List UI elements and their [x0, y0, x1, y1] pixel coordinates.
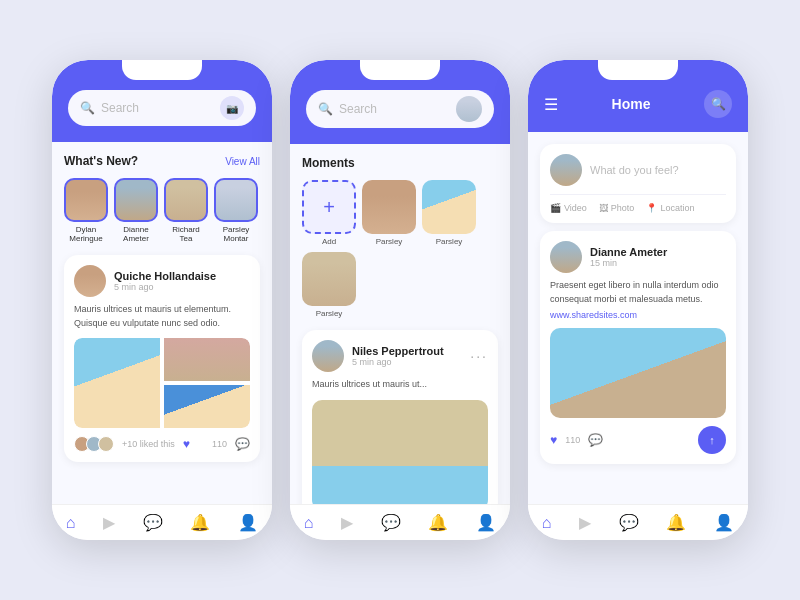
post-side-image-2 [164, 385, 250, 428]
hamburger-icon[interactable]: ☰ [544, 95, 558, 114]
post-header-1: Quiche Hollandaise 5 min ago [74, 265, 250, 297]
view-all-link[interactable]: View All [225, 156, 260, 167]
video-action[interactable]: 🎬 Video [550, 203, 587, 213]
heart-icon[interactable]: ♥ [183, 437, 190, 451]
status-placeholder[interactable]: What do you feel? [590, 164, 679, 176]
phone2-header: 🔍 Search [290, 60, 510, 144]
video-label: Video [564, 203, 587, 213]
story-avatar-richard [164, 178, 208, 222]
story-name-dianne: DianneAmeter [123, 225, 149, 243]
moment-avatar-2 [422, 180, 476, 234]
post-card-2: Niles Peppertrout 5 min ago ··· Mauris u… [302, 330, 498, 504]
nav-person-2[interactable]: 👤 [476, 513, 496, 532]
liked-avatars [74, 436, 114, 452]
more-options-icon[interactable]: ··· [470, 348, 488, 364]
share-button[interactable]: ↑ [698, 426, 726, 454]
search-icon: 🔍 [80, 101, 95, 115]
stories-row: DylanMeringue DianneAmeter RichardTea Pa… [64, 178, 260, 243]
post-card-1: Quiche Hollandaise 5 min ago Mauris ultr… [64, 255, 260, 462]
whats-new-header: What's New? View All [64, 154, 260, 168]
phone1-header: 🔍 Search 📷 [52, 60, 272, 142]
location-action[interactable]: 📍 Location [646, 203, 694, 213]
nav-home-1[interactable]: ⌂ [66, 514, 76, 532]
phone-1: 🔍 Search 📷 What's New? View All DylanMer… [52, 60, 272, 540]
story-item-dianne[interactable]: DianneAmeter [114, 178, 158, 243]
liked-count: +10 liked this [122, 439, 175, 449]
notch-3 [598, 60, 678, 80]
status-card: What do you feel? 🎬 Video 🖼 Photo 📍 Loca… [540, 144, 736, 223]
post-side-image-1 [164, 338, 250, 381]
comment-icon-3[interactable]: 💬 [588, 433, 603, 447]
search-input[interactable]: Search [101, 101, 214, 115]
post-footer-3: ♥ 110 💬 ↑ [550, 426, 726, 454]
post-text-3: Praesent eget libero in nulla interdum o… [550, 279, 726, 306]
post-avatar-2 [312, 340, 344, 372]
photo-label: Photo [611, 203, 635, 213]
nav-person-1[interactable]: 👤 [238, 513, 258, 532]
nav-chat-3[interactable]: 💬 [619, 513, 639, 532]
moments-grid: + Add Parsley Parsley Parsley [302, 180, 498, 318]
location-icon: 📍 [646, 203, 657, 213]
heart-icon-3[interactable]: ♥ [550, 433, 557, 447]
liked-avatar-3 [98, 436, 114, 452]
search-input-2[interactable]: Search [339, 102, 450, 116]
phone-2: 🔍 Search Moments + Add Parsley [290, 60, 510, 540]
nav-bell-3[interactable]: 🔔 [666, 513, 686, 532]
post-avatar-1 [74, 265, 106, 297]
add-button[interactable]: + [302, 180, 356, 234]
story-item-parsley[interactable]: ParsleyMontar [214, 178, 258, 243]
nav-bell-2[interactable]: 🔔 [428, 513, 448, 532]
post-link[interactable]: www.sharedsites.com [550, 310, 726, 320]
nav-chat-1[interactable]: 💬 [143, 513, 163, 532]
post-footer-1: +10 liked this ♥ 110 💬 [74, 436, 250, 452]
moment-add[interactable]: + Add [302, 180, 356, 246]
photo-action[interactable]: 🖼 Photo [599, 203, 635, 213]
nav-tv-1[interactable]: ▶ [103, 513, 115, 532]
story-item-richard[interactable]: RichardTea [164, 178, 208, 243]
nav-chat-2[interactable]: 💬 [381, 513, 401, 532]
moment-1[interactable]: Parsley [362, 180, 416, 246]
story-avatar-parsley [214, 178, 258, 222]
nav-bell-1[interactable]: 🔔 [190, 513, 210, 532]
search-circle-icon[interactable]: 🔍 [704, 90, 732, 118]
status-top: What do you feel? [550, 154, 726, 186]
moment-name-3: Parsley [316, 309, 343, 318]
post-image-3 [550, 328, 726, 418]
phone3-body: What do you feel? 🎬 Video 🖼 Photo 📍 Loca… [528, 132, 748, 504]
moment-name-1: Parsley [376, 237, 403, 246]
nav-tv-2[interactable]: ▶ [341, 513, 353, 532]
nav-tv-3[interactable]: ▶ [579, 513, 591, 532]
phone3-header: ☰ Home 🔍 [528, 60, 748, 132]
moment-3[interactable]: Parsley [302, 252, 356, 318]
phone1-body: What's New? View All DylanMeringue Diann… [52, 142, 272, 504]
post-header-3: Dianne Ameter 15 min [550, 241, 726, 273]
story-avatar-dylan [64, 178, 108, 222]
nav-home-2[interactable]: ⌂ [304, 514, 314, 532]
moment-avatar-3 [302, 252, 356, 306]
home-title: Home [612, 96, 651, 112]
phone2-body: Moments + Add Parsley Parsley Parsley [290, 144, 510, 504]
post-text-1: Mauris ultrices ut mauris ut elementum. … [74, 303, 250, 330]
status-avatar [550, 154, 582, 186]
search-icon-2: 🔍 [318, 102, 333, 116]
story-item-dylan[interactable]: DylanMeringue [64, 178, 108, 243]
post-card-3: Dianne Ameter 15 min Praesent eget liber… [540, 231, 736, 464]
moment-avatar-1 [362, 180, 416, 234]
search-bar[interactable]: 🔍 Search 📷 [68, 90, 256, 126]
notch [122, 60, 202, 80]
status-divider [550, 194, 726, 195]
post-text-2: Mauris ultrices ut mauris ut... [312, 378, 488, 392]
search-bar-2[interactable]: 🔍 Search [306, 90, 494, 128]
nav-home-3[interactable]: ⌂ [542, 514, 552, 532]
post-time-3: 15 min [590, 258, 667, 268]
video-icon: 🎬 [550, 203, 561, 213]
moment-2[interactable]: Parsley [422, 180, 476, 246]
camera-icon[interactable]: 📷 [220, 96, 244, 120]
comment-icon[interactable]: 💬 [235, 437, 250, 451]
bottom-nav-3: ⌂ ▶ 💬 🔔 👤 [528, 504, 748, 540]
post-author-3: Dianne Ameter [590, 246, 667, 258]
like-count-3: 110 [565, 435, 580, 445]
nav-person-3[interactable]: 👤 [714, 513, 734, 532]
story-name-dylan: DylanMeringue [69, 225, 102, 243]
post-author-1: Quiche Hollandaise [114, 270, 216, 282]
